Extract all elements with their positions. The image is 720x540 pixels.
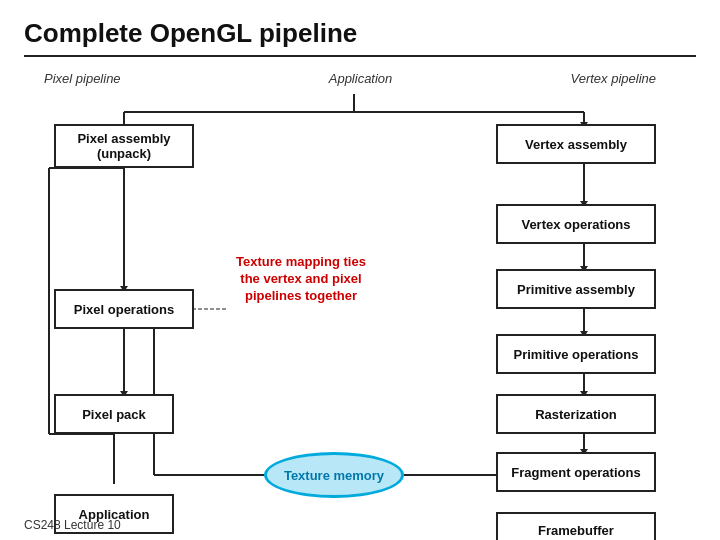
red-text-label: Texture mapping ties the vertex and pixe… <box>236 254 366 303</box>
pixel-ops-label: Pixel operations <box>74 302 174 317</box>
red-text-box: Texture mapping ties the vertex and pixe… <box>226 254 376 305</box>
vertex-assembly-box: Vertex assembly <box>496 124 656 164</box>
divider <box>24 55 696 57</box>
vertex-assembly-label: Vertex assembly <box>525 137 627 152</box>
application-label: Application <box>329 71 393 86</box>
pixel-assembly-label: Pixel assembly(unpack) <box>77 131 170 161</box>
diagram: Pixel assembly(unpack) Pixel operations … <box>24 94 696 484</box>
fragment-ops-box: Fragment operations <box>496 452 656 492</box>
column-headers: Pixel pipeline Application Vertex pipeli… <box>24 71 696 86</box>
vertex-pipeline-label: Vertex pipeline <box>570 71 656 86</box>
framebuffer-label: Framebuffer <box>538 523 614 538</box>
pixel-pack-label: Pixel pack <box>82 407 146 422</box>
vertex-ops-box: Vertex operations <box>496 204 656 244</box>
primitive-assembly-box: Primitive assembly <box>496 269 656 309</box>
framebuffer-box: Framebuffer <box>496 512 656 540</box>
primitive-assembly-label: Primitive assembly <box>517 282 635 297</box>
texture-memory-label: Texture memory <box>284 468 384 483</box>
page-title: Complete OpenGL pipeline <box>24 18 696 49</box>
vertex-ops-label: Vertex operations <box>521 217 630 232</box>
pixel-pipeline-label: Pixel pipeline <box>44 71 121 86</box>
rasterization-label: Rasterization <box>535 407 617 422</box>
fragment-ops-label: Fragment operations <box>511 465 640 480</box>
rasterization-box: Rasterization <box>496 394 656 434</box>
pixel-ops-box: Pixel operations <box>54 289 194 329</box>
page: Complete OpenGL pipeline Pixel pipeline … <box>0 0 720 540</box>
primitive-ops-box: Primitive operations <box>496 334 656 374</box>
pixel-assembly-box: Pixel assembly(unpack) <box>54 124 194 168</box>
pixel-pack-box: Pixel pack <box>54 394 174 434</box>
footer: CS248 Lecture 10 <box>24 518 121 532</box>
primitive-ops-label: Primitive operations <box>514 347 639 362</box>
texture-memory-ellipse: Texture memory <box>264 452 404 498</box>
